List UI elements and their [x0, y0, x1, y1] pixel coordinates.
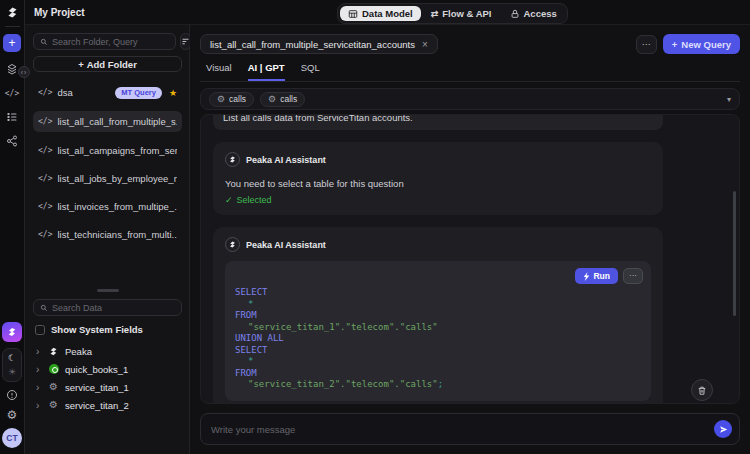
code-icon: </>: [38, 174, 52, 183]
ai-assistant-button[interactable]: [2, 322, 22, 342]
folder-search-input[interactable]: [52, 37, 169, 47]
trash-icon: [697, 385, 707, 396]
editor-tabs: Visual AI | GPT SQL: [200, 62, 740, 82]
nav-data-model[interactable]: Data Model: [340, 6, 421, 21]
code-more-button[interactable]: ···: [623, 268, 643, 284]
query-item[interactable]: </> list_invoices_from_multipe_...: [33, 197, 182, 216]
tab-sql[interactable]: SQL: [301, 62, 320, 81]
new-query-button[interactable]: + New Query: [663, 34, 740, 54]
chat-scrollbar[interactable]: [733, 191, 736, 316]
code-icon: </>: [38, 146, 52, 155]
sun-icon[interactable]: ☀: [8, 365, 16, 379]
queries-list-icon[interactable]: [4, 110, 20, 124]
code-icon: </>: [38, 202, 52, 211]
servicetitan-icon: ⚙: [268, 94, 276, 104]
tree-item-servicetitan-1[interactable]: › ⚙ service_titan_1: [33, 378, 182, 396]
clear-chat-button[interactable]: [691, 379, 713, 401]
plus-icon: +: [78, 59, 84, 70]
rail-divider: [5, 26, 20, 27]
tree-item-servicetitan-2[interactable]: › ⚙ service_titan_2: [33, 396, 182, 414]
sql-code-block: Run ··· SELECT * FROM "service_titan_1".…: [225, 261, 651, 401]
sidebar: + Add Folder </> dsa MT Query ★ </> list…: [25, 25, 190, 454]
selected-tables-bar: ⚙ calls ⚙ calls ▾: [200, 88, 740, 110]
chevron-right-icon: ›: [36, 346, 42, 357]
message-composer: [200, 413, 740, 445]
chevron-down-icon[interactable]: ▾: [727, 95, 731, 104]
query-item-dsa[interactable]: </> dsa MT Query ★: [33, 83, 182, 102]
query-item[interactable]: </> list_technicians_from_multi...: [33, 225, 182, 244]
theme-toggle: ☾ ☀: [2, 348, 22, 382]
info-icon[interactable]: [4, 388, 20, 402]
nav-access[interactable]: Access: [502, 6, 565, 21]
sort-icon: [181, 37, 190, 46]
add-folder-button[interactable]: + Add Folder: [33, 56, 182, 72]
assistant-text: You need to select a table for this ques…: [225, 178, 651, 189]
tree-item-peaka[interactable]: › Peaka: [33, 342, 182, 360]
run-button[interactable]: Run: [575, 268, 618, 284]
table-chip[interactable]: ⚙ calls: [260, 92, 305, 107]
assistant-name: Peaka AI Assistant: [246, 240, 326, 250]
assistant-message: Peaka AI Assistant Run ··· SELECT * FROM: [213, 227, 663, 404]
main-pane: list_all_call_from_multiple_servicetitan…: [190, 25, 750, 454]
folder-search: [33, 33, 176, 50]
tab-ai-gpt[interactable]: AI | GPT: [248, 62, 285, 81]
code-icon: </>: [38, 117, 52, 126]
query-item[interactable]: </> list_all_call_from_multiple_s...: [33, 111, 182, 132]
peaka-logo-icon: [225, 152, 240, 167]
data-panel: Show System Fields › Peaka › quick_books…: [33, 289, 182, 454]
chat-panel: List all calls data from ServiceTitan ac…: [200, 114, 740, 404]
table-chip[interactable]: ⚙ calls: [209, 92, 254, 107]
open-query-tab[interactable]: list_all_call_from_multiple_servicetitan…: [200, 34, 438, 54]
run-icon: [583, 272, 590, 281]
servicetitan-icon: ⚙: [217, 94, 225, 104]
star-icon[interactable]: ★: [169, 88, 177, 98]
topbar: My Project Data Model ⇄ Flow & API Acces…: [25, 0, 750, 25]
selected-status: Selected: [237, 195, 272, 205]
nav-flow-api[interactable]: ⇄ Flow & API: [423, 6, 500, 21]
settings-gear-icon[interactable]: ⚙: [4, 408, 20, 422]
user-avatar[interactable]: CT: [2, 428, 22, 448]
panel-resize-handle[interactable]: [97, 289, 119, 292]
mt-query-badge: MT Query: [115, 87, 162, 99]
servicetitan-icon: ⚙: [48, 400, 59, 411]
moon-icon[interactable]: ☾: [8, 351, 16, 365]
show-system-fields-label: Show System Fields: [51, 324, 143, 335]
code-icon: </>: [38, 88, 52, 97]
message-input[interactable]: [211, 424, 714, 435]
share-icon[interactable]: [4, 134, 20, 148]
show-system-fields-checkbox[interactable]: [35, 325, 45, 335]
quickbooks-icon: [48, 364, 59, 375]
code-icon[interactable]: </>: [4, 86, 20, 100]
more-options-button[interactable]: ···: [636, 35, 657, 54]
app: + </> ☾ ☀ ⚙ CT ‹› My: [0, 0, 750, 454]
left-rail: + </> ☾ ☀ ⚙ CT ‹›: [0, 0, 25, 454]
data-search-input[interactable]: [52, 303, 175, 313]
search-icon: [40, 38, 48, 46]
user-message: List all calls data from ServiceTitan ac…: [213, 114, 663, 130]
tab-visual[interactable]: Visual: [206, 62, 232, 81]
query-item[interactable]: </> list_all_campaigns_from_ser...: [33, 141, 182, 160]
main-nav: Data Model ⇄ Flow & API Access: [337, 3, 568, 24]
query-item[interactable]: </> list_all_jobs_by_employee_n...: [33, 169, 182, 188]
chevron-right-icon: ›: [36, 400, 42, 411]
send-icon: [719, 425, 728, 434]
send-button[interactable]: [714, 420, 732, 438]
create-new-button[interactable]: +: [3, 34, 21, 52]
table-icon: [348, 9, 358, 19]
plus-icon: +: [672, 39, 678, 50]
sql-code[interactable]: SELECT * FROM "service_titan_1"."telecom…: [235, 287, 641, 391]
flow-icon: ⇄: [431, 9, 439, 19]
tree-item-quickbooks[interactable]: › quick_books_1: [33, 360, 182, 378]
close-icon[interactable]: ×: [422, 39, 428, 50]
chevron-right-icon: ›: [36, 364, 42, 375]
peaka-logo-icon[interactable]: [5, 5, 20, 20]
servicetitan-icon: ⚙: [48, 382, 59, 393]
project-title[interactable]: My Project: [34, 7, 85, 18]
chevron-right-icon: ›: [36, 382, 42, 393]
search-icon: [40, 304, 48, 312]
check-icon: ✓: [225, 195, 233, 205]
sidebar-collapse-handle[interactable]: ‹›: [18, 66, 30, 78]
connections-tree: › Peaka › quick_books_1 › ⚙ service_tita…: [33, 342, 182, 414]
data-search: [33, 299, 182, 316]
assistant-name: Peaka AI Assistant: [246, 155, 326, 165]
